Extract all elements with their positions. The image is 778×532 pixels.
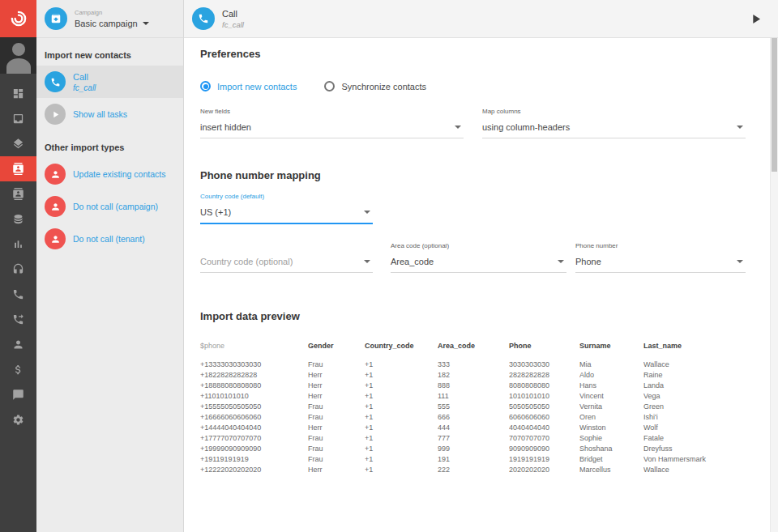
table-cell: +1822828282828 [200,369,308,380]
phone-icon[interactable] [0,282,36,307]
import-type-item[interactable]: Update existing contacts [36,158,183,190]
import-type-item[interactable]: Do not call (campaign) [36,190,183,223]
chevron-down-icon [143,22,149,25]
messages-chat-icon[interactable] [0,382,36,407]
call-log-icon[interactable] [0,307,36,332]
brand-logo-swirl-icon[interactable] [0,0,36,37]
table-row: +19999090909090Frau+19999090909090Shosha… [200,443,746,453]
settings-gear-icon[interactable] [0,407,36,432]
inbox-icon[interactable] [0,106,36,131]
table-cell: Frau [308,443,365,453]
nav-icon-list [0,74,36,532]
database-icon[interactable] [0,206,36,232]
country-code-default-select[interactable]: US (+1) [200,202,373,224]
task-header-title: Call [222,9,244,19]
column-header: Gender [308,342,365,359]
table-cell: +1 [365,411,438,422]
area-code-select[interactable]: Area_code [391,251,566,273]
table-cell: +12222020202020 [200,464,308,475]
main-area: Call fc_call Preferences Import new cont… [184,0,778,532]
table-cell: +1 [365,359,438,369]
task-call-subtitle: fc_call [73,83,96,92]
other-import-type-list: Update existing contactsDo not call (cam… [36,158,183,255]
layers-icon[interactable] [0,131,36,156]
export-contacts-icon[interactable] [0,181,36,206]
table-cell: +1 [365,380,438,390]
table-header-row: $phoneGenderCountry_codeArea_codePhoneSu… [200,342,746,359]
phone-mapping-title: Phone number mapping [200,169,746,181]
table-cell: Marcellus [579,464,643,475]
show-all-tasks-label: Show all tasks [73,109,127,119]
table-cell: 3030303030 [509,359,579,369]
table-cell: +1 [365,422,438,432]
table-cell: +19119191919 [200,453,308,464]
radio-label: Synchronize contacts [341,82,426,92]
table-row: +13333030303030Frau+13333030303030MiaWal… [200,359,746,369]
table-cell: +15555050505050 [200,401,308,411]
table-cell: +16666060606060 [200,411,308,422]
campaign-selector[interactable]: Campaign Basic campaign [36,0,183,38]
dropdown-caret-icon [455,126,461,129]
icon-sidebar [0,0,36,532]
import-type-item[interactable]: Do not call (tenant) [36,223,183,255]
headset-icon[interactable] [0,257,36,282]
table-cell: 333 [438,359,509,369]
table-cell: Frau [308,453,365,464]
table-cell: 222 [438,464,509,475]
new-fields-select[interactable]: insert hidden [200,117,464,138]
country-code-optional-select[interactable]: Country code (optional) [200,251,373,273]
campaign-value: Basic campaign [75,19,138,28]
user-avatar[interactable] [0,37,36,74]
table-cell: Herr [308,422,365,432]
billing-dollar-icon[interactable] [0,357,36,382]
radio-option-2[interactable]: Synchronize contacts [324,81,426,92]
table-cell: Vernita [579,401,643,411]
radio-option-1[interactable]: Import new contacts [200,81,297,92]
task-header: Call fc_call [184,0,778,38]
reports-chart-icon[interactable] [0,232,36,257]
map-columns-select[interactable]: using column-headers [482,117,746,138]
import-contacts-icon[interactable] [0,156,36,181]
dashboard-icon[interactable] [0,81,36,106]
table-row: +1822828282828Herr+11822828282828AldoRai… [200,369,746,380]
scrollbar-thumb[interactable] [772,38,777,172]
map-columns-label: Map columns [482,108,746,117]
table-cell: Green [643,401,746,411]
column-header: $phone [200,342,308,359]
table-cell: Frau [308,432,365,443]
table-cell: 1919191919 [509,453,579,464]
import-mode-radio-group: Import new contactsSynchronize contacts [200,81,746,92]
import-section-title: Import new contacts [36,38,183,66]
table-row: +18888080808080Herr+18888080808080HansLa… [200,380,746,390]
table-cell: Herr [308,390,365,401]
table-cell: Oren [579,411,643,422]
table-row: +14444040404040Herr+14444040404040Winsto… [200,422,746,432]
scrollbar[interactable] [770,38,778,532]
agents-person-icon[interactable] [0,332,36,357]
table-cell: 888 [438,380,509,390]
table-cell: 1010101010 [509,390,579,401]
table-cell: 8080808080 [509,380,579,390]
import-type-label: Do not call (campaign) [73,202,158,211]
dropdown-caret-icon [558,260,564,263]
show-all-tasks[interactable]: Show all tasks [36,98,183,130]
table-cell: Shoshana [579,443,643,453]
update-contacts-icon [45,164,66,185]
run-task-button[interactable] [748,11,763,27]
play-icon [45,104,66,125]
column-header: Last_name [643,342,746,359]
task-call[interactable]: Call fc_call [36,66,183,98]
dropdown-caret-icon [737,260,743,263]
dropdown-caret-icon [364,211,370,214]
table-cell: +1 [365,464,438,475]
content: Preferences Import new contactsSynchroni… [184,38,778,532]
table-cell: Von Hammersmark [643,453,746,464]
phone-number-select[interactable]: Phone [575,251,746,273]
campaign-label: Campaign [75,9,149,16]
preview-title: Import data preview [200,310,746,322]
preferences-title: Preferences [200,48,746,60]
table-cell: +1 [365,369,438,380]
table-cell: +1 [365,432,438,443]
table-cell: Sophie [579,432,643,443]
do-not-call-campaign-icon [45,196,66,217]
